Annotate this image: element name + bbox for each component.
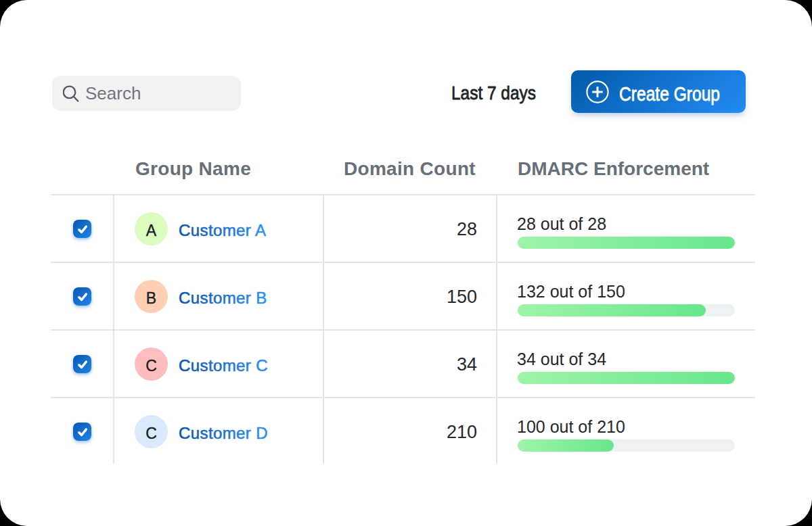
svg-text:Customer D: Customer D xyxy=(179,424,268,442)
svg-text:Customer B: Customer B xyxy=(179,289,267,307)
svg-text:Create Group: Create Group xyxy=(619,82,720,105)
svg-text:Last 7 days: Last 7 days xyxy=(451,82,536,103)
svg-text:Customer C: Customer C xyxy=(179,356,268,375)
svg-text:Customer A: Customer A xyxy=(179,221,266,239)
